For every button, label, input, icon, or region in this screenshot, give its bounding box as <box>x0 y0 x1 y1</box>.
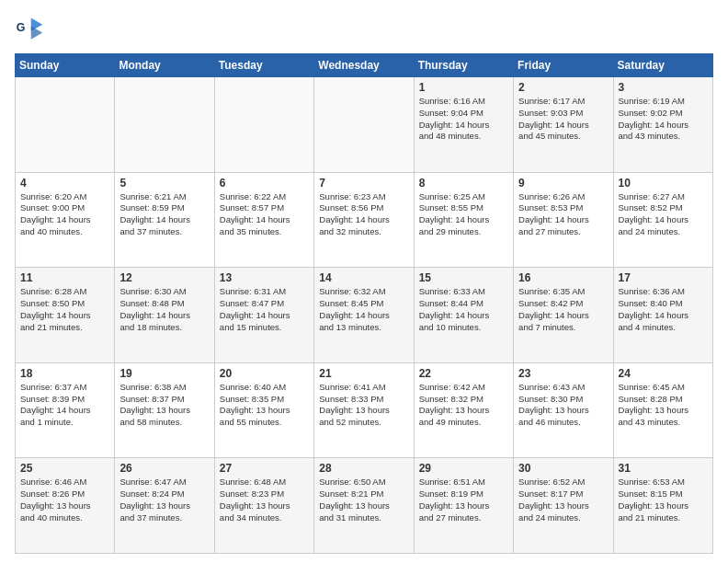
day-info: Sunrise: 6:21 AM Sunset: 8:59 PM Dayligh… <box>119 191 209 238</box>
calendar-weekday: Monday <box>115 54 214 77</box>
calendar-cell: 2Sunrise: 6:17 AM Sunset: 9:03 PM Daylig… <box>514 77 613 173</box>
day-number: 14 <box>319 271 408 284</box>
calendar-cell <box>115 77 214 173</box>
day-number: 11 <box>20 271 109 284</box>
calendar-cell: 25Sunrise: 6:46 AM Sunset: 8:26 PM Dayli… <box>16 458 115 554</box>
day-number: 8 <box>419 177 508 190</box>
day-info: Sunrise: 6:23 AM Sunset: 8:56 PM Dayligh… <box>319 191 408 238</box>
logo: G <box>15 15 48 44</box>
calendar-weekday: Thursday <box>414 54 513 77</box>
day-number: 12 <box>119 271 209 284</box>
calendar-week-row: 25Sunrise: 6:46 AM Sunset: 8:26 PM Dayli… <box>16 458 713 554</box>
day-number: 4 <box>20 177 109 190</box>
calendar-week-row: 11Sunrise: 6:28 AM Sunset: 8:50 PM Dayli… <box>16 268 713 363</box>
day-number: 22 <box>419 367 508 380</box>
day-number: 28 <box>319 462 408 475</box>
day-info: Sunrise: 6:17 AM Sunset: 9:03 PM Dayligh… <box>518 96 608 143</box>
calendar-cell: 1Sunrise: 6:16 AM Sunset: 9:04 PM Daylig… <box>414 77 513 173</box>
calendar-cell: 9Sunrise: 6:26 AM Sunset: 8:53 PM Daylig… <box>514 172 613 268</box>
calendar-cell: 6Sunrise: 6:22 AM Sunset: 8:57 PM Daylig… <box>214 172 313 268</box>
calendar-cell <box>214 77 313 173</box>
calendar-cell <box>314 77 414 173</box>
calendar-cell: 20Sunrise: 6:40 AM Sunset: 8:35 PM Dayli… <box>214 362 313 458</box>
calendar-cell: 31Sunrise: 6:53 AM Sunset: 8:15 PM Dayli… <box>613 458 712 554</box>
day-info: Sunrise: 6:36 AM Sunset: 8:40 PM Dayligh… <box>619 286 708 333</box>
day-info: Sunrise: 6:27 AM Sunset: 8:52 PM Dayligh… <box>619 191 708 238</box>
calendar-cell: 8Sunrise: 6:25 AM Sunset: 8:55 PM Daylig… <box>414 172 513 268</box>
calendar-weekday: Friday <box>514 54 613 77</box>
day-number: 24 <box>619 367 708 380</box>
day-number: 5 <box>119 177 209 190</box>
day-info: Sunrise: 6:31 AM Sunset: 8:47 PM Dayligh… <box>220 286 309 333</box>
calendar-cell: 10Sunrise: 6:27 AM Sunset: 8:52 PM Dayli… <box>613 172 712 268</box>
day-number: 25 <box>20 462 109 475</box>
day-info: Sunrise: 6:45 AM Sunset: 8:28 PM Dayligh… <box>619 382 708 429</box>
calendar-week-row: 18Sunrise: 6:37 AM Sunset: 8:39 PM Dayli… <box>16 362 713 458</box>
day-number: 21 <box>319 367 408 380</box>
day-info: Sunrise: 6:33 AM Sunset: 8:44 PM Dayligh… <box>419 286 508 333</box>
day-number: 2 <box>518 81 608 94</box>
calendar-body: 1Sunrise: 6:16 AM Sunset: 9:04 PM Daylig… <box>16 77 713 554</box>
calendar-cell: 23Sunrise: 6:43 AM Sunset: 8:30 PM Dayli… <box>514 362 613 458</box>
day-number: 29 <box>419 462 508 475</box>
day-number: 17 <box>619 271 708 284</box>
day-info: Sunrise: 6:19 AM Sunset: 9:02 PM Dayligh… <box>619 96 708 143</box>
day-info: Sunrise: 6:46 AM Sunset: 8:26 PM Dayligh… <box>20 477 109 523</box>
calendar-cell: 3Sunrise: 6:19 AM Sunset: 9:02 PM Daylig… <box>613 77 712 173</box>
calendar-week-row: 4Sunrise: 6:20 AM Sunset: 9:00 PM Daylig… <box>16 172 713 268</box>
day-info: Sunrise: 6:41 AM Sunset: 8:33 PM Dayligh… <box>319 382 408 429</box>
day-number: 30 <box>518 462 608 475</box>
calendar-cell: 22Sunrise: 6:42 AM Sunset: 8:32 PM Dayli… <box>414 362 513 458</box>
day-number: 9 <box>518 177 608 190</box>
day-number: 3 <box>619 81 708 94</box>
svg-text:G: G <box>17 21 26 34</box>
day-number: 18 <box>20 367 109 380</box>
calendar-cell <box>16 77 115 173</box>
calendar-cell: 29Sunrise: 6:51 AM Sunset: 8:19 PM Dayli… <box>414 458 513 554</box>
day-info: Sunrise: 6:30 AM Sunset: 8:48 PM Dayligh… <box>119 286 209 333</box>
day-number: 20 <box>220 367 309 380</box>
day-number: 16 <box>518 271 608 284</box>
day-number: 7 <box>319 177 408 190</box>
day-number: 19 <box>119 367 209 380</box>
calendar-cell: 27Sunrise: 6:48 AM Sunset: 8:23 PM Dayli… <box>214 458 313 554</box>
day-info: Sunrise: 6:43 AM Sunset: 8:30 PM Dayligh… <box>518 382 608 429</box>
calendar-header-row: SundayMondayTuesdayWednesdayThursdayFrid… <box>16 54 713 77</box>
day-info: Sunrise: 6:22 AM Sunset: 8:57 PM Dayligh… <box>220 191 309 238</box>
day-number: 13 <box>220 271 309 284</box>
calendar-cell: 19Sunrise: 6:38 AM Sunset: 8:37 PM Dayli… <box>115 362 214 458</box>
day-number: 1 <box>419 81 508 94</box>
day-info: Sunrise: 6:20 AM Sunset: 9:00 PM Dayligh… <box>20 191 109 238</box>
day-number: 10 <box>619 177 708 190</box>
calendar-week-row: 1Sunrise: 6:16 AM Sunset: 9:04 PM Daylig… <box>16 77 713 173</box>
day-info: Sunrise: 6:42 AM Sunset: 8:32 PM Dayligh… <box>419 382 508 429</box>
calendar-cell: 7Sunrise: 6:23 AM Sunset: 8:56 PM Daylig… <box>314 172 414 268</box>
calendar-cell: 15Sunrise: 6:33 AM Sunset: 8:44 PM Dayli… <box>414 268 513 363</box>
calendar-cell: 14Sunrise: 6:32 AM Sunset: 8:45 PM Dayli… <box>314 268 414 363</box>
calendar-weekday: Sunday <box>16 54 115 77</box>
day-number: 26 <box>119 462 209 475</box>
day-number: 15 <box>419 271 508 284</box>
header: G <box>15 15 713 44</box>
page: G SundayMondayTuesdayWednesdayThursdayFr… <box>0 0 728 563</box>
calendar-cell: 18Sunrise: 6:37 AM Sunset: 8:39 PM Dayli… <box>16 362 115 458</box>
calendar-cell: 16Sunrise: 6:35 AM Sunset: 8:42 PM Dayli… <box>514 268 613 363</box>
calendar-cell: 11Sunrise: 6:28 AM Sunset: 8:50 PM Dayli… <box>16 268 115 363</box>
day-info: Sunrise: 6:47 AM Sunset: 8:24 PM Dayligh… <box>119 477 209 523</box>
day-info: Sunrise: 6:25 AM Sunset: 8:55 PM Dayligh… <box>419 191 508 238</box>
calendar-cell: 24Sunrise: 6:45 AM Sunset: 8:28 PM Dayli… <box>613 362 712 458</box>
day-info: Sunrise: 6:52 AM Sunset: 8:17 PM Dayligh… <box>518 477 608 523</box>
calendar-cell: 21Sunrise: 6:41 AM Sunset: 8:33 PM Dayli… <box>314 362 414 458</box>
day-number: 23 <box>518 367 608 380</box>
day-info: Sunrise: 6:32 AM Sunset: 8:45 PM Dayligh… <box>319 286 408 333</box>
calendar-weekday: Tuesday <box>214 54 313 77</box>
day-info: Sunrise: 6:37 AM Sunset: 8:39 PM Dayligh… <box>20 382 109 429</box>
day-number: 6 <box>220 177 309 190</box>
calendar-cell: 17Sunrise: 6:36 AM Sunset: 8:40 PM Dayli… <box>613 268 712 363</box>
day-info: Sunrise: 6:28 AM Sunset: 8:50 PM Dayligh… <box>20 286 109 333</box>
calendar-cell: 30Sunrise: 6:52 AM Sunset: 8:17 PM Dayli… <box>514 458 613 554</box>
day-info: Sunrise: 6:50 AM Sunset: 8:21 PM Dayligh… <box>319 477 408 523</box>
day-info: Sunrise: 6:40 AM Sunset: 8:35 PM Dayligh… <box>220 382 309 429</box>
day-info: Sunrise: 6:38 AM Sunset: 8:37 PM Dayligh… <box>119 382 209 429</box>
day-info: Sunrise: 6:16 AM Sunset: 9:04 PM Dayligh… <box>419 96 508 143</box>
